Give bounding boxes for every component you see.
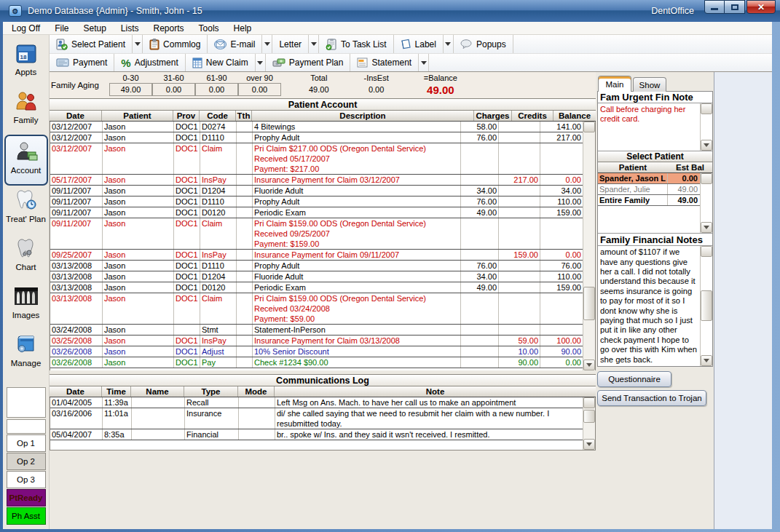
scroll-down-icon[interactable]	[701, 140, 712, 151]
email-dropdown[interactable]	[262, 35, 272, 53]
commlog-row[interactable]: 03/16/200611:01aInsurancedi/ she called …	[50, 408, 583, 429]
account-row[interactable]: 03/13/2008JasonDOC1D1204Fluoride Adult34…	[50, 271, 583, 282]
menu-item-setup[interactable]: Setup	[76, 23, 113, 33]
scroll-up-icon[interactable]	[583, 397, 595, 408]
family-info-box: Fam Urgent Fin Note Call before charging…	[597, 91, 713, 367]
select-patient-button[interactable]: Select Patient	[50, 35, 133, 53]
account-scrollbar[interactable]	[583, 122, 595, 370]
select-patient-dropdown[interactable]	[133, 35, 143, 53]
account-row[interactable]: 09/11/2007JasonDOC1D0120Periodic Exam49.…	[50, 207, 583, 218]
tab-main[interactable]: Main	[598, 76, 631, 92]
sidebar-item-chart[interactable]: Chart	[4, 236, 48, 284]
patient-row[interactable]: Entire Family49.00	[598, 195, 700, 206]
scroll-up-icon[interactable]	[701, 103, 712, 114]
aging-value-0-30: 49.00	[109, 83, 152, 96]
scroll-down-icon[interactable]	[701, 222, 712, 233]
menu-item-help[interactable]: Help	[226, 23, 259, 33]
account-row[interactable]: 03/13/2008JasonDOC1D1110Prophy Adult76.0…	[50, 261, 583, 271]
popups-button[interactable]: Popups	[454, 35, 513, 53]
op-1-button[interactable]: Op 1	[7, 434, 46, 452]
commlog-header: Date Time Name Type Mode Note	[50, 386, 596, 397]
sidebar-item-account[interactable]: Account	[4, 135, 48, 186]
menu-item-reports[interactable]: Reports	[146, 23, 192, 33]
adjustment-button[interactable]: % Adjustment	[114, 54, 185, 71]
account-money-icon	[14, 139, 39, 164]
account-row[interactable]: 09/11/2007JasonDOC1D1204Fluoride Adult34…	[50, 186, 583, 196]
payment-plan-button[interactable]: Payment Plan	[266, 54, 351, 71]
account-row[interactable]: 03/12/2007JasonDOC1ClaimPri Claim $217.0…	[50, 143, 583, 175]
statement-icon	[357, 57, 368, 68]
financial-notes-title: Family Financial Notes	[598, 234, 712, 245]
questionnaire-button[interactable]: Questionnaire	[597, 371, 671, 387]
maximize-button[interactable]	[725, 0, 745, 14]
menu-item-tools[interactable]: Tools	[192, 23, 226, 33]
commlog-row[interactable]: 01/04/200511:39aRecallLeft Msg on Ans. M…	[50, 397, 583, 408]
scroll-up-icon[interactable]	[701, 173, 712, 184]
sidebar-item-images[interactable]: Images	[4, 284, 48, 332]
communications-log-title: Communications Log	[50, 374, 596, 386]
new-claim-button[interactable]: New Claim	[186, 54, 256, 71]
scroll-up-icon[interactable]	[701, 246, 712, 257]
op-3-button[interactable]: Op 3	[7, 471, 46, 488]
statement-button[interactable]: Statement	[350, 54, 419, 71]
menu-item-file[interactable]: File	[47, 23, 76, 33]
minimize-button[interactable]	[704, 0, 725, 14]
select-patient-scrollbar[interactable]	[700, 173, 712, 233]
financial-notes-scrollbar[interactable]	[700, 246, 712, 366]
op-2-button[interactable]: Op 2	[7, 453, 46, 470]
label-button[interactable]: Label	[394, 35, 444, 53]
account-row[interactable]: 09/11/2007JasonDOC1D1110Prophy Adult76.0…	[50, 196, 583, 207]
account-row[interactable]: 03/25/2008JasonDOC1InsPayInsurance Payme…	[50, 336, 583, 346]
urgent-note-area[interactable]: Call before charging her credit card.	[598, 103, 712, 151]
scroll-up-icon[interactable]	[583, 122, 595, 132]
sidebar-item-treat-plan[interactable]: Treat' Plan	[4, 188, 48, 236]
account-row[interactable]: 03/26/2008JasonDOC1PayCheck #1234 $90.00…	[50, 357, 583, 368]
account-row[interactable]: 03/12/2007JasonDOC1D02744 Bitewings58.00…	[50, 122, 583, 132]
label-icon	[401, 39, 411, 49]
financial-notes-text: amount of $1107 if we have any questions…	[598, 246, 700, 366]
scroll-thumb[interactable]	[701, 290, 712, 321]
ph-asst-button[interactable]: Ph Asst	[7, 507, 46, 525]
sidebar-item-appts[interactable]: 18 Appts	[4, 41, 48, 89]
family-aging-label: Family Aging	[51, 72, 109, 98]
statement-dropdown[interactable]	[419, 54, 429, 71]
select-patient-icon	[56, 39, 68, 50]
letter-button[interactable]: Letter	[272, 35, 309, 53]
send-transaction-trojan-button[interactable]: Send Transaction to Trojan	[597, 390, 706, 406]
pt-ready-button[interactable]: PtReady	[7, 489, 46, 507]
scroll-down-icon[interactable]	[583, 439, 595, 450]
letter-dropdown[interactable]	[309, 35, 319, 53]
sidebar-item-family[interactable]: Family	[4, 89, 48, 137]
account-row[interactable]: 05/17/2007JasonDOC1InsPayInsurance Payme…	[50, 175, 583, 186]
commlog-button[interactable]: Commlog	[143, 35, 208, 53]
to-task-list-button[interactable]: To Task List	[319, 35, 393, 53]
account-row[interactable]: 03/24/2008JasonStmtStatement-InPerson	[50, 325, 583, 336]
sidebar-item-manage[interactable]: Manage	[4, 332, 48, 380]
email-button[interactable]: E-mail	[208, 35, 262, 53]
patient-row[interactable]: Spander, Jason L0.00	[598, 173, 700, 184]
payment-plan-icon	[272, 57, 285, 68]
account-row[interactable]: 03/26/2008JasonDOC1Adjust10% Senior Disc…	[50, 346, 583, 357]
payment-button[interactable]: Payment	[50, 54, 114, 71]
label-dropdown[interactable]	[444, 35, 454, 53]
urgent-note-scrollbar[interactable]	[700, 103, 712, 151]
menu-item-logoff[interactable]: Log Off	[3, 23, 47, 33]
account-row[interactable]: 03/13/2008JasonDOC1ClaimPri Claim $159.0…	[50, 293, 583, 325]
account-row[interactable]: 03/12/2007JasonDOC1D1110Prophy Adult76.0…	[50, 132, 583, 143]
new-claim-dropdown[interactable]	[256, 54, 266, 71]
patient-row[interactable]: Spander, Julie49.00	[598, 184, 700, 195]
urgent-note-title: Fam Urgent Fin Note	[598, 92, 712, 103]
scroll-thumb[interactable]	[583, 410, 595, 423]
account-row[interactable]: 09/11/2007JasonDOC1ClaimPri Claim $159.0…	[50, 218, 583, 250]
scroll-down-icon[interactable]	[583, 360, 595, 370]
menu-item-lists[interactable]: Lists	[114, 23, 146, 33]
commlog-scrollbar[interactable]	[583, 397, 595, 450]
financial-notes-area[interactable]: amount of $1107 if we have any questions…	[598, 245, 712, 366]
commlog-row[interactable]: 05/04/20078:35aFinancialbr.. spoke w/ In…	[50, 429, 583, 440]
scroll-down-icon[interactable]	[701, 355, 712, 366]
account-row[interactable]: 03/13/2008JasonDOC1D0120Periodic Exam49.…	[50, 282, 583, 293]
scroll-thumb[interactable]	[583, 287, 595, 320]
tab-show[interactable]: Show	[633, 77, 666, 92]
close-button[interactable]: ✕	[746, 0, 776, 14]
account-row[interactable]: 09/25/2007JasonDOC1InsPayInsurance Payme…	[50, 250, 583, 261]
